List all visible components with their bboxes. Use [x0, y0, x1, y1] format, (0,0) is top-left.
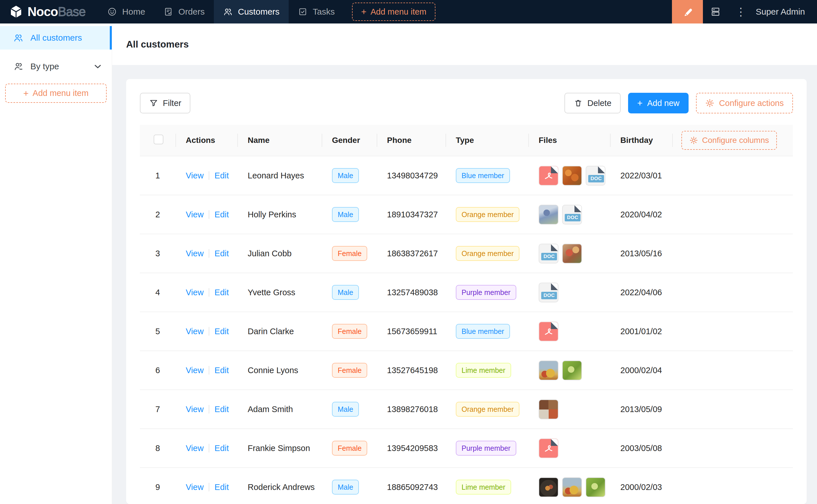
nav-item-home[interactable]: Home: [98, 0, 154, 23]
add-menu-item-button-sidebar[interactable]: + Add menu item: [5, 84, 107, 103]
customer-gender: Female: [322, 351, 377, 390]
column-header-type[interactable]: Type: [446, 125, 529, 156]
view-link[interactable]: View: [186, 405, 203, 414]
current-user-name[interactable]: Super Admin: [756, 7, 805, 17]
column-header-gender[interactable]: Gender: [322, 125, 377, 156]
nav-item-label: Orders: [178, 7, 205, 17]
column-header-phone[interactable]: Phone: [377, 125, 446, 156]
member-type-tag: Orange member: [456, 207, 519, 222]
plus-icon: +: [637, 99, 643, 108]
doc-file-thumbnail[interactable]: DOC: [586, 166, 605, 186]
view-link[interactable]: View: [186, 327, 203, 336]
nav-item-customers[interactable]: Customers: [214, 0, 289, 23]
more-options-button[interactable]: ⋮: [728, 0, 753, 23]
sidebar-item-by-type[interactable]: By type: [0, 55, 112, 78]
pdf-file-thumbnail[interactable]: [539, 322, 558, 341]
view-link[interactable]: View: [186, 483, 203, 492]
table-row: 6ViewEditConnie LyonsFemale13527645198Li…: [140, 351, 793, 390]
ui-editor-button[interactable]: [672, 0, 703, 23]
column-header-name[interactable]: Name: [238, 125, 322, 156]
edit-link[interactable]: Edit: [215, 288, 229, 297]
configure-actions-button[interactable]: Configure actions: [696, 93, 793, 113]
edit-link[interactable]: Edit: [215, 210, 229, 219]
customer-phone: 18638372617: [377, 234, 446, 273]
select-all-header-cell: [140, 125, 176, 156]
doc-file-thumbnail[interactable]: DOC: [539, 244, 558, 263]
table-body: 1ViewEditLeonard HayesMale13498034729Blu…: [140, 156, 793, 504]
column-header-files[interactable]: Files: [529, 125, 610, 156]
pdf-file-thumbnail[interactable]: [539, 166, 558, 186]
sidebar-item-all-customers[interactable]: All customers: [0, 26, 112, 50]
image-file-thumbnail[interactable]: [562, 477, 582, 497]
edit-link[interactable]: Edit: [215, 327, 229, 336]
customer-name: Leonard Hayes: [238, 156, 322, 195]
doc-file-thumbnail[interactable]: DOC: [539, 283, 558, 302]
member-type-tag: Blue member: [456, 324, 510, 339]
gender-tag: Male: [332, 285, 359, 300]
doc-file-thumbnail[interactable]: DOC: [562, 205, 582, 225]
view-link[interactable]: View: [186, 210, 203, 219]
add-new-button[interactable]: + Add new: [628, 93, 689, 113]
customer-files: DOC: [529, 273, 610, 312]
nocobase-logo[interactable]: NocoBase: [9, 5, 85, 19]
filter-button[interactable]: Filter: [140, 93, 190, 113]
row-actions: ViewEdit: [176, 156, 238, 195]
highlighter-pen-icon: [682, 6, 694, 18]
image-file-thumbnail[interactable]: [562, 244, 582, 263]
row-actions: ViewEdit: [176, 351, 238, 390]
edit-link[interactable]: Edit: [215, 483, 229, 492]
image-file-thumbnail[interactable]: [562, 166, 582, 186]
doc-badge: DOC: [541, 253, 557, 260]
view-link[interactable]: View: [186, 366, 203, 375]
delete-label: Delete: [587, 99, 611, 108]
configure-columns-button[interactable]: Configure columns: [682, 131, 777, 150]
column-header-actions[interactable]: Actions: [176, 125, 238, 156]
edit-link[interactable]: Edit: [215, 171, 229, 180]
empty-cell: [673, 390, 793, 429]
select-all-checkbox[interactable]: [154, 135, 163, 144]
customer-gender: Male: [322, 195, 377, 234]
customer-phone: 18910347327: [377, 195, 446, 234]
pdf-file-thumbnail[interactable]: [539, 438, 558, 458]
view-link[interactable]: View: [186, 249, 203, 258]
sidebar-item-label: All customers: [30, 33, 82, 43]
edit-link[interactable]: Edit: [215, 405, 229, 414]
table-toolbar: Filter Delete + Add new: [140, 93, 793, 113]
edit-link[interactable]: Edit: [215, 444, 229, 453]
image-file-thumbnail[interactable]: [539, 477, 558, 497]
table-row: 4ViewEditYvette GrossMale13257489038Purp…: [140, 273, 793, 312]
image-file-thumbnail[interactable]: [539, 399, 558, 419]
customer-birthday: 2013/05/09: [610, 390, 673, 429]
table-row: 3ViewEditJulian CobbFemale18638372617Ora…: [140, 234, 793, 273]
column-header-birthday[interactable]: Birthday: [610, 125, 673, 156]
customer-name: Adam Smith: [238, 390, 322, 429]
edit-link[interactable]: Edit: [215, 366, 229, 375]
customer-name: Yvette Gross: [238, 273, 322, 312]
nav-item-orders[interactable]: Orders: [154, 0, 214, 23]
view-link[interactable]: View: [186, 288, 203, 297]
image-file-thumbnail[interactable]: [539, 361, 558, 380]
view-link[interactable]: View: [186, 171, 203, 180]
row-index: 2: [140, 195, 176, 234]
people-icon: [13, 33, 23, 43]
configure-columns-label: Configure columns: [702, 136, 769, 145]
gender-tag: Female: [332, 363, 367, 378]
customers-table: Actions Name Gender Phone Type Files Bir…: [140, 125, 793, 504]
view-link[interactable]: View: [186, 444, 203, 453]
add-menu-item-button-navbar[interactable]: + Add menu item: [352, 3, 436, 21]
image-file-thumbnail[interactable]: [562, 361, 582, 380]
customer-birthday: 2000/02/03: [610, 468, 673, 504]
folded-corner-icon: [598, 166, 605, 173]
customer-files: DOC: [529, 156, 610, 195]
row-index: 8: [140, 429, 176, 468]
folded-corner-icon: [551, 244, 558, 251]
content-area: Filter Delete + Add new: [112, 65, 817, 504]
nav-item-tasks[interactable]: Tasks: [289, 0, 344, 23]
delete-button[interactable]: Delete: [564, 93, 621, 113]
logo-text: NocoBase: [27, 5, 85, 19]
customer-name: Julian Cobb: [238, 234, 322, 273]
edit-link[interactable]: Edit: [215, 249, 229, 258]
system-settings-icon-button[interactable]: [703, 0, 728, 23]
image-file-thumbnail[interactable]: [539, 205, 558, 225]
image-file-thumbnail[interactable]: [586, 477, 605, 497]
